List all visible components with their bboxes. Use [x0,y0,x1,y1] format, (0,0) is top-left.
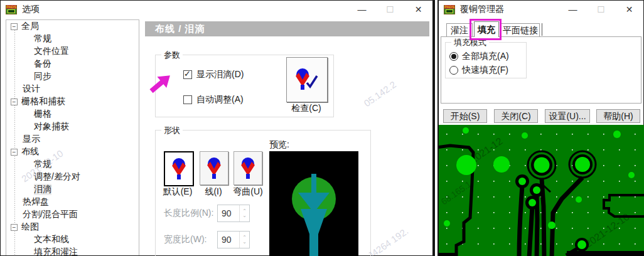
start-button[interactable]: 开始(S) [443,109,487,123]
minimize-icon[interactable]: — [559,1,587,18]
annotation-arrow-icon [148,70,174,96]
spinner-arrows-icon[interactable]: ⌃⌄ [239,205,249,221]
fill-mode-group-label: 填充模式 [451,37,489,48]
checkbox-checked-icon[interactable] [183,70,192,79]
tree-collapse-icon[interactable]: − [11,99,18,105]
sidebar-item-file-locations[interactable]: 文件位置 [6,45,139,58]
auto-adjust-checkbox[interactable]: 自动调整(A) [183,94,244,105]
pcb-pad [569,151,596,178]
options-titlebar: 选项 — ☐ ✕ [1,1,432,18]
pcb-copper-view[interactable]: 2021-12 68.165.1 2021-12-10 [439,125,644,256]
options-title: 选项 [22,4,40,15]
sidebar-item-fills-pours[interactable]: 填充和灌注 [6,246,139,255]
help-button[interactable]: 帮助(H) [596,109,640,123]
copper-pour-manager-dialog: 覆铜管理器 — ☐ ✕ 灌注 填充 平面链接 填充模式 全部填充(A) 快速填充… [437,0,644,256]
pads-app-icon [6,5,17,14]
sidebar-item-teardrops[interactable]: 泪滴 [6,183,139,196]
sidebar-item-global[interactable]: −全局 [6,20,139,33]
options-category-tree: −全局 常规 文件位置 备份 同步 设计 −栅格和捕获 栅格 对象捕获 显示 −… [6,19,139,255]
shape-curved-label: 弯曲(U) [229,186,267,198]
sidebar-item-sync[interactable]: 同步 [6,70,139,83]
options-dialog: 选项 — ☐ ✕ −全局 常规 文件位置 备份 同步 设计 −栅格和捕获 栅格 … [0,0,435,256]
check-button-label: 检查(C) [286,103,326,114]
maximize-icon: ☐ [587,1,615,18]
fill-all-radio[interactable]: 全部填充(A) [449,51,509,62]
close-button[interactable]: 关闭(C) [494,109,538,123]
sidebar-item-routing-general[interactable]: 常规 [6,158,139,171]
tree-collapse-icon[interactable]: − [11,149,18,156]
shape-curved-button[interactable] [233,151,262,185]
tab-plane-link[interactable]: 平面链接 [501,23,540,36]
pour-manager-title: 覆铜管理器 [460,4,504,15]
sidebar-item-design[interactable]: 设计 [6,83,139,95]
radio-unselected-icon[interactable] [449,66,458,75]
panel-header: 布线 / 泪滴 [145,21,429,36]
minimize-icon[interactable]: — [348,1,376,18]
teardrop-line-icon [205,157,223,179]
teardrop-default-icon [169,157,188,180]
checkbox-unchecked-icon[interactable] [183,95,192,104]
pads-app-icon [444,5,455,14]
shape-default-button[interactable] [164,151,194,186]
fill-all-label: 全部填充(A) [462,51,509,62]
radio-selected-icon[interactable] [449,52,458,61]
teardrop-curved-icon [239,157,257,179]
maximize-icon: ☐ [376,1,404,18]
check-teardrops-button[interactable] [286,57,328,102]
teardrop-preview-graphic [269,151,358,256]
sidebar-item-object-snap[interactable]: 对象捕获 [6,120,139,133]
sidebar-item-grids-capture[interactable]: −栅格和捕获 [6,95,139,108]
close-icon[interactable]: ✕ [615,1,643,18]
sidebar-item-thermals[interactable]: 热焊盘 [6,196,139,208]
length-ratio-value[interactable]: 90 [218,205,239,221]
show-teardrops-label: 显示泪滴(D) [196,69,244,80]
settings-button[interactable]: 设置(U)... [545,109,590,123]
length-ratio-stepper[interactable]: 90 ⌃⌄ [217,205,250,222]
width-ratio-stepper[interactable]: 90 ⌃⌄ [217,231,250,248]
fill-fast-radio[interactable]: 快速填充(F) [449,65,508,76]
trace-band [567,251,644,256]
sidebar-item-split-mixed-plane[interactable]: 分割/混合平面 [6,208,139,221]
fill-fast-label: 快速填充(F) [462,65,508,76]
sidebar-item-backup[interactable]: 备份 [6,58,139,70]
sidebar-item-grids[interactable]: 栅格 [6,108,139,120]
tab-fill[interactable]: 填充 [474,21,499,37]
pour-manager-titlebar: 覆铜管理器 — ☐ ✕ [439,1,643,18]
width-ratio-value[interactable]: 90 [218,232,239,248]
tab-strip-edge [542,23,542,36]
sidebar-item-text-lines[interactable]: 文本和线 [6,233,139,246]
trace-band [439,253,458,256]
sidebar-item-routing[interactable]: −布线 [6,146,139,158]
shape-group-label: 形状 [161,125,183,136]
sidebar-item-general[interactable]: 常规 [6,33,139,45]
fill-tab-content: 填充模式 全部填充(A) 快速填充(F) [441,36,641,104]
teardrop-preview-canvas [269,151,358,256]
tree-collapse-icon[interactable]: − [11,224,18,231]
spinner-arrows-icon[interactable]: ⌃⌄ [239,232,249,248]
tree-collapse-icon[interactable]: − [11,23,18,30]
sidebar-item-drafting[interactable]: −绘图 [6,221,139,233]
pour-manager-tabbar: 灌注 填充 平面链接 [443,21,640,37]
pcb-pad [528,151,555,179]
shape-default-label: 默认(E) [156,186,199,198]
auto-adjust-label: 自动调整(A) [196,94,244,105]
tab-pour[interactable]: 灌注 [446,23,473,36]
sidebar-item-display[interactable]: 显示 [6,133,139,146]
preview-label: 预览: [269,139,289,151]
shape-line-label: 线(I) [200,186,227,198]
fill-mode-group: 填充模式 全部填充(A) 快速填充(F) [445,42,527,78]
length-ratio-label: 长度比例(N): [164,208,213,219]
teardrop-check-icon [293,68,321,92]
parameters-group-label: 参数 [161,50,183,61]
shape-line-button[interactable] [200,151,228,185]
show-teardrops-checkbox[interactable]: 显示泪滴(D) [183,69,244,80]
close-icon[interactable]: ✕ [404,1,432,18]
sidebar-item-tuning-diffpairs[interactable]: 调整/差分对 [6,171,139,183]
width-ratio-label: 宽度比(W): [164,234,207,245]
